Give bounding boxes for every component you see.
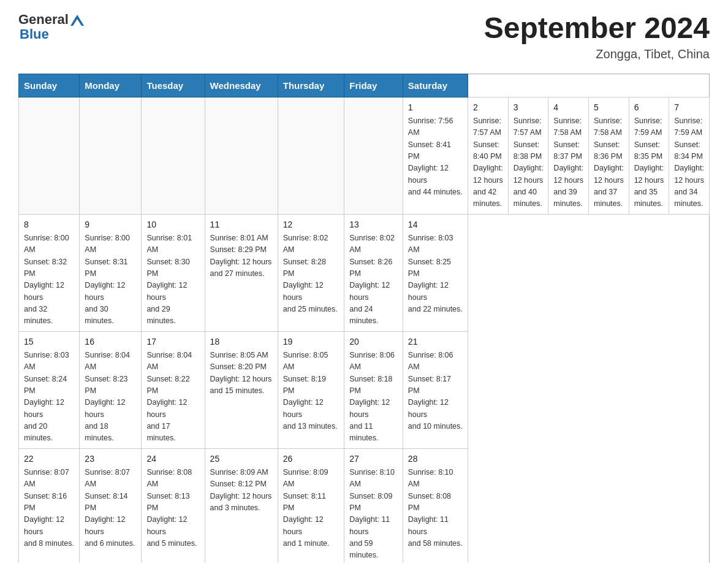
day-info: Sunrise: 8:10 AMSunset: 8:08 PMDaylight:… xyxy=(408,467,463,550)
calendar-day-23: 23 Sunrise: 8:07 AMSunset: 8:14 PMDaylig… xyxy=(80,448,142,563)
day-info: Sunrise: 8:10 AMSunset: 8:09 PMDaylight:… xyxy=(349,467,398,562)
day-number: 21 xyxy=(408,335,463,348)
day-number: 1 xyxy=(408,101,463,114)
day-info: Sunrise: 8:00 AMSunset: 8:31 PMDaylight:… xyxy=(85,232,136,327)
calendar-day-17: 17 Sunrise: 8:04 AMSunset: 8:22 PMDaylig… xyxy=(142,331,205,448)
day-number: 16 xyxy=(85,335,136,348)
day-info: Sunrise: 8:03 AMSunset: 8:25 PMDaylight:… xyxy=(408,232,463,316)
day-info: Sunrise: 8:05 AMSunset: 8:20 PMDaylight:… xyxy=(210,350,273,397)
day-number: 17 xyxy=(146,335,199,348)
day-info: Sunrise: 8:01 AMSunset: 8:30 PMDaylight:… xyxy=(146,232,199,327)
day-info: Sunrise: 8:00 AMSunset: 8:32 PMDaylight:… xyxy=(24,232,74,327)
calendar-day-21: 21 Sunrise: 8:06 AMSunset: 8:17 PMDaylig… xyxy=(403,331,468,448)
day-number: 23 xyxy=(85,453,136,465)
day-info: Sunrise: 8:03 AMSunset: 8:24 PMDaylight:… xyxy=(24,350,74,445)
calendar-day-2: 2 Sunrise: 7:57 AMSunset: 8:40 PMDayligh… xyxy=(468,97,509,214)
day-header-sunday: Sunday xyxy=(19,74,80,97)
calendar-day-3: 3 Sunrise: 7:57 AMSunset: 8:38 PMDayligh… xyxy=(508,97,548,214)
day-info: Sunrise: 8:06 AMSunset: 8:17 PMDaylight:… xyxy=(408,350,463,433)
calendar-day-6: 6 Sunrise: 7:59 AMSunset: 8:35 PMDayligh… xyxy=(629,97,669,214)
calendar-day-15: 15 Sunrise: 8:03 AMSunset: 8:24 PMDaylig… xyxy=(19,331,80,448)
day-header-friday: Friday xyxy=(344,74,403,97)
calendar-day-13: 13 Sunrise: 8:02 AMSunset: 8:26 PMDaylig… xyxy=(344,214,403,331)
calendar-day-18: 18 Sunrise: 8:05 AMSunset: 8:20 PMDaylig… xyxy=(205,331,278,448)
calendar-day-22: 22 Sunrise: 8:07 AMSunset: 8:16 PMDaylig… xyxy=(19,448,80,563)
calendar-day-10: 10 Sunrise: 8:01 AMSunset: 8:30 PMDaylig… xyxy=(142,214,205,331)
calendar-day-20: 20 Sunrise: 8:06 AMSunset: 8:18 PMDaylig… xyxy=(344,331,403,448)
calendar-day-4: 4 Sunrise: 7:58 AMSunset: 8:37 PMDayligh… xyxy=(548,97,589,214)
day-info: Sunrise: 7:56 AMSunset: 8:41 PMDaylight:… xyxy=(408,115,463,199)
calendar-day-9: 9 Sunrise: 8:00 AMSunset: 8:31 PMDayligh… xyxy=(80,214,142,331)
day-info: Sunrise: 8:04 AMSunset: 8:23 PMDaylight:… xyxy=(85,350,136,445)
calendar-day-25: 25 Sunrise: 8:09 AMSunset: 8:12 PMDaylig… xyxy=(205,448,278,563)
calendar-day-14: 14 Sunrise: 8:03 AMSunset: 8:25 PMDaylig… xyxy=(403,214,468,331)
calendar-day-28: 28 Sunrise: 8:10 AMSunset: 8:08 PMDaylig… xyxy=(403,448,468,563)
day-number: 3 xyxy=(514,101,544,114)
day-number: 9 xyxy=(85,218,136,231)
calendar-day-12: 12 Sunrise: 8:02 AMSunset: 8:28 PMDaylig… xyxy=(278,214,344,331)
day-header-monday: Monday xyxy=(80,74,142,97)
day-info: Sunrise: 8:09 AMSunset: 8:11 PMDaylight:… xyxy=(283,467,339,550)
calendar-day-1: 1 Sunrise: 7:56 AMSunset: 8:41 PMDayligh… xyxy=(403,97,468,214)
day-info: Sunrise: 8:02 AMSunset: 8:28 PMDaylight:… xyxy=(283,232,339,316)
day-number: 25 xyxy=(210,453,273,465)
day-info: Sunrise: 8:01 AMSunset: 8:29 PMDaylight:… xyxy=(210,232,273,280)
day-number: 6 xyxy=(634,101,664,114)
day-info: Sunrise: 8:09 AMSunset: 8:12 PMDaylight:… xyxy=(210,467,273,515)
empty-cell xyxy=(19,97,80,214)
day-info: Sunrise: 7:58 AMSunset: 8:37 PMDaylight:… xyxy=(553,115,583,210)
day-number: 2 xyxy=(473,101,503,114)
calendar-day-27: 27 Sunrise: 8:10 AMSunset: 8:09 PMDaylig… xyxy=(344,448,403,563)
calendar-day-5: 5 Sunrise: 7:58 AMSunset: 8:36 PMDayligh… xyxy=(589,97,629,214)
page-header: General Blue September 2024 Zongga, Tibe… xyxy=(18,12,710,61)
logo-triangle-icon xyxy=(70,13,84,27)
day-info: Sunrise: 7:57 AMSunset: 8:40 PMDaylight:… xyxy=(473,115,503,210)
calendar-week-4: 22 Sunrise: 8:07 AMSunset: 8:16 PMDaylig… xyxy=(19,448,710,563)
day-number: 8 xyxy=(24,218,74,231)
calendar-table: SundayMondayTuesdayWednesdayThursdayFrid… xyxy=(18,74,710,563)
logo: General Blue xyxy=(18,12,84,42)
day-info: Sunrise: 7:58 AMSunset: 8:36 PMDaylight:… xyxy=(594,115,624,210)
calendar-day-19: 19 Sunrise: 8:05 AMSunset: 8:19 PMDaylig… xyxy=(278,331,344,448)
day-info: Sunrise: 8:04 AMSunset: 8:22 PMDaylight:… xyxy=(146,350,199,445)
calendar-day-8: 8 Sunrise: 8:00 AMSunset: 8:32 PMDayligh… xyxy=(19,214,80,331)
day-header-thursday: Thursday xyxy=(278,74,344,97)
day-number: 10 xyxy=(146,218,199,231)
day-number: 12 xyxy=(283,218,339,231)
calendar-header-row: SundayMondayTuesdayWednesdayThursdayFrid… xyxy=(19,74,710,97)
title-section: September 2024 Zongga, Tibet, China xyxy=(484,12,710,61)
day-number: 27 xyxy=(349,453,398,465)
day-info: Sunrise: 8:08 AMSunset: 8:13 PMDaylight:… xyxy=(146,467,199,550)
day-number: 26 xyxy=(283,453,339,465)
calendar-day-7: 7 Sunrise: 7:59 AMSunset: 8:34 PMDayligh… xyxy=(669,97,710,214)
day-number: 22 xyxy=(24,453,74,465)
day-info: Sunrise: 8:07 AMSunset: 8:14 PMDaylight:… xyxy=(85,467,136,550)
day-header-tuesday: Tuesday xyxy=(142,74,205,97)
day-info: Sunrise: 7:59 AMSunset: 8:34 PMDaylight:… xyxy=(674,115,704,210)
day-number: 13 xyxy=(349,218,398,231)
day-info: Sunrise: 7:57 AMSunset: 8:38 PMDaylight:… xyxy=(514,115,544,210)
day-number: 19 xyxy=(283,335,339,348)
subtitle: Zongga, Tibet, China xyxy=(484,47,710,61)
calendar-week-1: 1 Sunrise: 7:56 AMSunset: 8:41 PMDayligh… xyxy=(19,97,710,214)
day-info: Sunrise: 8:07 AMSunset: 8:16 PMDaylight:… xyxy=(24,467,74,550)
empty-cell xyxy=(142,97,205,214)
day-number: 24 xyxy=(146,453,199,465)
calendar-day-11: 11 Sunrise: 8:01 AMSunset: 8:29 PMDaylig… xyxy=(205,214,278,331)
day-header-saturday: Saturday xyxy=(403,74,468,97)
day-number: 20 xyxy=(349,335,398,348)
logo-blue-text: Blue xyxy=(20,27,49,42)
main-title: September 2024 xyxy=(484,12,710,45)
day-info: Sunrise: 7:59 AMSunset: 8:35 PMDaylight:… xyxy=(634,115,664,210)
day-info: Sunrise: 8:06 AMSunset: 8:18 PMDaylight:… xyxy=(349,350,398,445)
empty-cell xyxy=(344,97,403,214)
day-number: 14 xyxy=(408,218,463,231)
calendar-week-3: 15 Sunrise: 8:03 AMSunset: 8:24 PMDaylig… xyxy=(19,331,710,448)
day-number: 11 xyxy=(210,218,273,231)
calendar-day-16: 16 Sunrise: 8:04 AMSunset: 8:23 PMDaylig… xyxy=(80,331,142,448)
day-info: Sunrise: 8:05 AMSunset: 8:19 PMDaylight:… xyxy=(283,350,339,433)
logo-general-text: General xyxy=(18,12,69,27)
day-number: 18 xyxy=(210,335,273,348)
empty-cell xyxy=(278,97,344,214)
day-number: 15 xyxy=(24,335,74,348)
